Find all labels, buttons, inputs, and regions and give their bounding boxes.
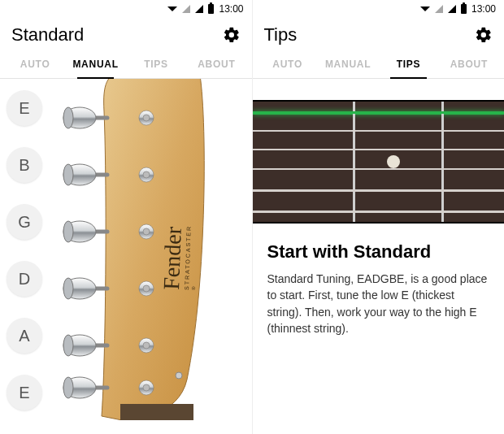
signal-weak-icon [435,5,443,13]
svg-rect-0 [120,404,193,420]
string-button-g[interactable]: G [7,204,42,240]
page-title: Tips [264,24,298,46]
clock: 13:00 [471,3,496,15]
page-title: Standard [11,24,84,46]
signal-weak-icon [182,5,190,13]
brand-logo: Fender [159,226,186,290]
gear-icon[interactable] [223,26,241,44]
gear-icon[interactable] [475,26,493,44]
svg-point-26 [63,278,73,299]
tab-manual[interactable]: MANUAL [65,49,125,78]
header: Tips [253,18,505,49]
tab-bar: AUTO MANUAL TIPS ABOUT [0,49,252,79]
tip-title: Start with Standard [267,241,490,263]
string-button-a[interactable]: A [7,318,42,354]
fret-marker-dot-icon [387,155,400,168]
tuning-peg-icon [63,377,96,398]
svg-point-4 [143,171,150,178]
tip-body: Standard Tuning, EADGBE, is a good place… [267,271,490,336]
battery-icon [461,4,467,14]
svg-point-8 [143,285,150,292]
svg-point-22 [63,164,73,185]
svg-point-10 [143,342,150,349]
tips-content: Start with Standard Standard Tuning, EAD… [253,79,505,434]
string-button-b[interactable]: B [7,147,42,183]
string-line [253,130,505,132]
guitar-headstock: Fender STRATOCASTER ® [57,79,252,420]
tab-tips[interactable]: TIPS [378,49,438,78]
string-buttons: E B G D A E [7,90,42,410]
tuning-peg-icon [63,335,96,356]
header: Standard [0,18,252,49]
tab-about[interactable]: ABOUT [439,49,499,78]
tuning-peg-icon [63,164,96,185]
fretboard-graphic [253,100,505,224]
tab-bar: AUTO MANUAL TIPS ABOUT [253,49,505,79]
signal-icon [448,5,456,13]
tab-auto[interactable]: AUTO [5,49,65,78]
string-line [253,210,505,213]
svg-point-24 [63,221,73,242]
signal-icon [195,5,203,13]
tab-about[interactable]: ABOUT [186,49,246,78]
string-button-d[interactable]: D [7,261,42,297]
battery-icon [208,4,214,14]
clock: 13:00 [219,3,243,15]
phone-right: 13:00 Tips AUTO MANUAL TIPS ABOUT [253,0,505,434]
tip-block: Start with Standard Standard Tuning, EAD… [253,224,505,336]
dropdown-icon [167,7,177,11]
tuning-peg-icon [63,221,96,242]
string-button-e-high[interactable]: E [7,90,42,126]
status-bar: 13:00 [253,0,505,18]
phone-left: 13:00 Standard AUTO MANUAL TIPS ABOUT E … [0,0,253,434]
status-bar: 13:00 [0,0,252,18]
svg-point-6 [143,228,150,235]
string-line [253,168,505,170]
tab-tips[interactable]: TIPS [126,49,186,78]
string-line [253,149,505,150]
string-highlight [253,111,505,114]
svg-point-31 [176,372,182,379]
manual-content: E B G D A E [0,79,252,434]
svg-point-12 [143,384,150,391]
fret-line [441,102,444,222]
dropdown-icon [420,7,430,11]
tab-manual[interactable]: MANUAL [318,49,378,78]
string-button-e-low[interactable]: E [7,375,42,410]
tab-auto[interactable]: AUTO [258,49,318,78]
svg-text:®: ® [191,286,196,290]
tuning-peg-icon [63,278,96,299]
string-line [253,189,505,192]
svg-point-30 [63,377,73,398]
svg-point-28 [63,335,73,356]
svg-point-20 [63,107,73,128]
fret-line [353,102,355,222]
tuning-peg-icon [63,107,96,128]
svg-point-2 [143,115,150,121]
